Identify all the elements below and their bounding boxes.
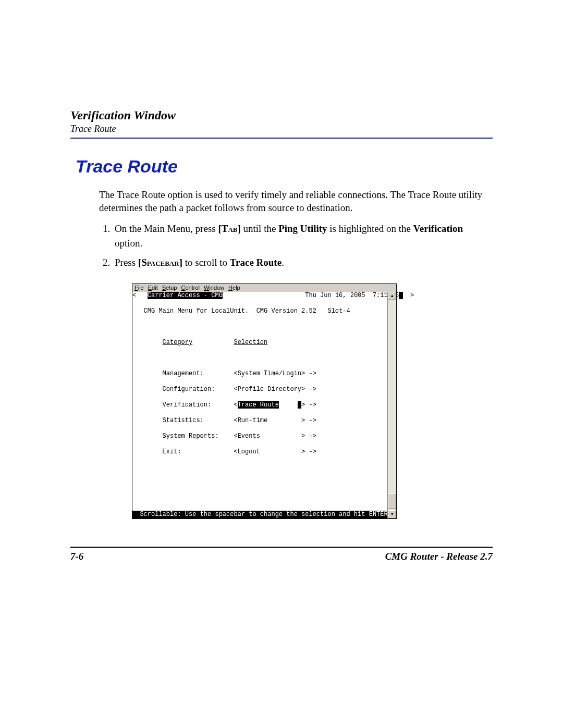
menu-row-statistics: Statistics: <Run-time > -> xyxy=(132,417,396,425)
scroll-down-button[interactable]: ▾ xyxy=(388,510,396,519)
step-1-bold-2: Verification xyxy=(413,223,463,234)
col-header-category: Category xyxy=(163,339,193,346)
footer-rule xyxy=(70,547,493,548)
menu-setup[interactable]: Setup xyxy=(162,285,177,291)
menu-row-verification: Verification: <Trace Route > -> xyxy=(132,401,396,409)
step-2-text-c: . xyxy=(282,257,284,268)
scroll-up-button[interactable]: ▴ xyxy=(388,292,396,300)
menu-row-configuration: Configuration: <Profile Directory> -> xyxy=(132,386,396,393)
step-1: On the Main Menu, press [Tab] until the … xyxy=(113,221,493,250)
menu-file[interactable]: File xyxy=(134,285,144,291)
embedded-screenshot: File Edit Setup Control Window Help < Ca… xyxy=(132,283,397,519)
terminal-window: File Edit Setup Control Window Help < Ca… xyxy=(132,283,397,519)
step-2-text-a: Press xyxy=(115,257,138,268)
terminal-status-bar: Scrollable: Use the spacebar to change t… xyxy=(132,511,396,519)
section-subheading: Trace Route xyxy=(70,124,493,134)
step-2-bold: Trace Route xyxy=(230,257,282,268)
menu-bar: File Edit Setup Control Window Help xyxy=(132,284,396,292)
page-number: 7-6 xyxy=(70,551,83,562)
page-title: Trace Route xyxy=(76,156,493,177)
header-rule xyxy=(70,138,493,139)
section-heading: Verification Window xyxy=(70,108,493,122)
page: Verification Window Trace Route Trace Ro… xyxy=(0,0,563,728)
menu-window[interactable]: Window xyxy=(204,285,224,291)
selected-option: Trace Route xyxy=(238,401,279,409)
terminal-content[interactable]: < Carrier Access - CMG Thu Jun 16, 2005 … xyxy=(132,292,396,519)
step-1-text-b: until the xyxy=(241,223,278,234)
page-footer: 7-6 CMG Router - Release 2.7 xyxy=(70,547,493,562)
doc-title: CMG Router - Release 2.7 xyxy=(385,551,493,562)
menu-help[interactable]: Help xyxy=(228,285,240,291)
menu-row-exit: Exit: <Logout > -> xyxy=(132,448,396,456)
terminal-area: < Carrier Access - CMG Thu Jun 16, 2005 … xyxy=(132,292,396,519)
step-list: On the Main Menu, press [Tab] until the … xyxy=(99,221,493,270)
menu-row-management: Management: <System Time/Login> -> xyxy=(132,370,396,378)
menu-row-system-reports: System Reports: <Events > -> xyxy=(132,433,396,440)
terminal-title: Carrier Access - CMG xyxy=(148,292,223,299)
step-1-text-d: option. xyxy=(115,238,142,249)
step-2: Press [Spacebar] to scroll to Trace Rout… xyxy=(113,255,493,270)
scrollbar[interactable]: ▴ ▾ xyxy=(387,292,396,519)
terminal-subtitle: CMG Main Menu for LocalUnit. CMG Version… xyxy=(132,307,396,315)
intro-paragraph: The Trace Route option is used to verify… xyxy=(99,188,493,214)
step-2-text-b: to scroll to xyxy=(182,257,230,268)
step-1-text-c: is highlighted on the xyxy=(327,223,413,234)
scroll-thumb[interactable] xyxy=(388,493,396,509)
terminal-datetime: Thu Jun 16, 2005 7:11:05 xyxy=(305,292,399,299)
menu-control[interactable]: Control xyxy=(181,285,199,291)
body: The Trace Route option is used to verify… xyxy=(99,188,493,270)
step-2-key: [Spacebar] xyxy=(138,257,182,268)
step-1-text-a: On the Main Menu, press xyxy=(115,223,218,234)
col-header-selection: Selection xyxy=(234,339,267,346)
menu-edit[interactable]: Edit xyxy=(148,285,158,291)
step-1-key: [Tab] xyxy=(218,223,240,234)
scroll-track[interactable] xyxy=(388,300,396,510)
step-1-bold-1: Ping Utility xyxy=(278,223,327,234)
